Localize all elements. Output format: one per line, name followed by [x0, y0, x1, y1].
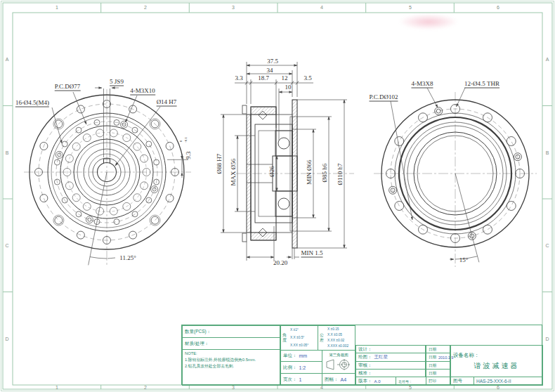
qty-cell: 数量(PCS)： — [182, 325, 280, 338]
zone-label: B — [6, 150, 9, 155]
note-title: NOTE: — [185, 351, 197, 357]
unit-cell: 单位： mm — [280, 350, 322, 362]
linear-tol-row: X.XXX ±0.002 — [327, 344, 348, 348]
page-value: 1 — [299, 377, 302, 382]
print-label: 打印 — [429, 379, 436, 384]
zone-label: D — [545, 337, 549, 341]
blank-no-cell: 毛坯号： — [396, 377, 426, 386]
linear-tolerance-label: 公差 — [320, 327, 324, 349]
scale-value: 1:2 — [299, 365, 306, 370]
angle-tol-row: X.XX ±0.05° — [290, 344, 308, 348]
sheet-label: 图幅： — [325, 377, 339, 383]
note-line-2: 2.钻孔及攻丝处全部去毛刺. — [185, 364, 234, 370]
angle-tol-row: X.X ±0.5° — [290, 336, 308, 340]
zone-label: 2 — [144, 385, 147, 390]
version-label: 版本： — [358, 378, 372, 384]
sheet-cell: 图幅： A4 — [322, 373, 355, 386]
drawing-no-label-cell: 图号 — [450, 377, 474, 386]
zone-label: 1 — [56, 5, 58, 10]
zone-label: C — [545, 243, 549, 248]
zone-label: 3 — [232, 5, 235, 10]
device-label: 设备名称： — [453, 352, 480, 359]
drawing-no-cell: HAS-25-XXX-6-II — [474, 377, 543, 386]
version-cell: 版本： A.0 — [355, 377, 396, 386]
device-name: 谐波减速器 — [474, 361, 520, 371]
approve-label: 核准： — [358, 370, 372, 377]
device-name-cell: 设备名称： 谐波减速器 — [450, 345, 543, 377]
unit-label: 单位： — [283, 353, 297, 359]
qty-label: 数量(PCS)： — [185, 329, 211, 335]
linear-tolerance-cell: 公差 X ±0.15 X.X ±0.05 X.XX ±0.02 X.XXX ±0… — [318, 325, 355, 351]
material-cell: 材质/处理： — [182, 337, 280, 350]
projection-label: 第三角视图 — [329, 353, 348, 358]
scale-cell: 比例： 1:2 — [280, 361, 322, 374]
zone-label: B — [546, 150, 549, 155]
draw-label: 绘图： — [358, 354, 372, 360]
note-cell: NOTE: 1.除特别标注外,外轮廓锐边倒角0.5mm. 2.钻孔及攻丝处全部去… — [182, 349, 280, 386]
check-label: 审核： — [358, 362, 372, 369]
zone-label: 5 — [409, 5, 412, 10]
linear-tol-row: X ±0.15 — [327, 327, 348, 332]
zone-label: 6 — [497, 5, 500, 10]
angle-tolerance-label: 角度 — [282, 327, 287, 349]
print-cell: 打印 — [426, 377, 450, 386]
zone-label: A — [546, 57, 549, 62]
page-cell: 页次： 1 — [280, 373, 322, 386]
zone-label: 4 — [320, 5, 323, 10]
angle-tol-row: X ±1° — [290, 328, 308, 332]
date-label: 日期 — [429, 347, 436, 352]
angle-tolerance-cell: 角度 X ±1° X.X ±0.5° X.XX ±0.05° — [280, 325, 318, 351]
material-label: 材质/处理： — [185, 341, 209, 347]
draw-value: 王红星 — [374, 354, 388, 360]
blank-label: 毛坯号： — [398, 379, 412, 384]
drawing-no-value: HAS-25-XXX-6-II — [476, 379, 511, 384]
linear-tol-row: X.XX ±0.02 — [327, 339, 348, 343]
third-angle-projection-icon — [325, 358, 353, 371]
zone-label: A — [6, 57, 9, 62]
date-label: 日期 — [429, 355, 436, 360]
note-line-1: 1.除特别标注外,外轮廓锐边倒角0.5mm. — [185, 358, 256, 363]
zone-label: D — [5, 337, 8, 341]
zone-label: C — [5, 243, 8, 248]
linear-tol-row: X.X ±0.05 — [327, 333, 348, 337]
drawing-no-label: 图号 — [453, 378, 462, 384]
zone-label: 2 — [144, 5, 147, 10]
page-label: 页次： — [283, 377, 297, 383]
cad-drawing-sheet: P.C.DØ775 JS94-M3X10Ø14 H716-Ø4.5(M4)9.3… — [0, 0, 555, 392]
unit-value: mm — [299, 353, 308, 358]
date-label: 日期 — [429, 363, 436, 368]
scale-label: 比例： — [283, 365, 297, 371]
projection-cell: 第三角视图 — [322, 350, 355, 374]
design-label: 设计： — [358, 346, 372, 353]
sheet-value: A4 — [341, 377, 347, 382]
title-block: 数量(PCS)： 材质/处理： NOTE: 1.除特别标注外,外轮廓锐边倒角0.… — [181, 325, 542, 385]
zone-label: 1 — [56, 385, 58, 390]
version-value: A.0 — [374, 379, 381, 384]
date-label: 日期 — [429, 371, 436, 376]
